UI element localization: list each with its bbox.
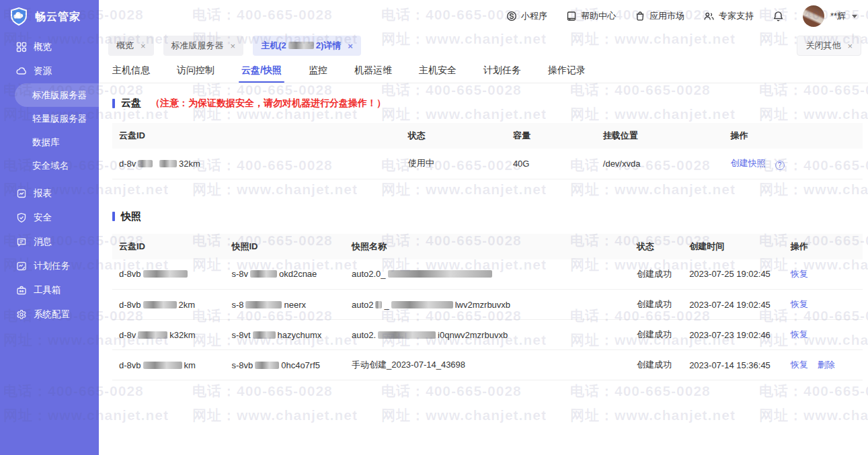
topbar-item-label: 帮助中心: [581, 10, 616, 22]
action-link[interactable]: 恢复: [791, 269, 808, 279]
sidebar-item-reports[interactable]: 报表: [0, 181, 99, 206]
table-cell: 创建成功: [630, 259, 682, 290]
watermark-text: 电话：400-665-0028: [381, 382, 522, 401]
sidebar-item-system-settings[interactable]: 系统配置: [0, 302, 99, 327]
tab-overview[interactable]: 概览 ×: [108, 36, 154, 56]
redacted-text: [143, 362, 182, 369]
column-header: 状态: [401, 123, 506, 149]
column-header: 云盘ID: [112, 123, 401, 149]
sidebar-item-messages[interactable]: 消息: [0, 230, 99, 254]
column-header: 操作: [724, 123, 863, 149]
close-icon[interactable]: ×: [231, 41, 236, 51]
tab-operation-log[interactable]: 操作记录: [548, 58, 586, 83]
action-link[interactable]: 恢复: [791, 329, 808, 339]
column-header: 创建时间: [682, 234, 784, 259]
sidebar-item-resources[interactable]: 资源: [0, 59, 99, 83]
watermark-text: 电话：400-665-0028: [570, 382, 711, 401]
snapshot-table: 云盘ID快照ID快照名称状态创建时间操作 d-8vbs-8vokd2cnaeau…: [112, 234, 863, 381]
topbar-item-help-center[interactable]: 帮助中心: [566, 10, 616, 22]
redacted-text: [375, 301, 382, 308]
topbar-item-expert-support[interactable]: 专家支持: [703, 10, 754, 22]
sidebar-item-security[interactable]: 安全: [0, 206, 99, 230]
table-cell: auto2.i0qnwv2mzrbuvxb: [345, 320, 630, 350]
column-header: 操作: [784, 234, 863, 259]
sidebar-item-standard-server[interactable]: 标准版服务器: [15, 83, 99, 107]
sidebar-item-database[interactable]: 数据库: [0, 130, 99, 154]
task-plan-icon: [16, 261, 27, 272]
redacted-text: [250, 270, 277, 278]
sidebar-item-light-server[interactable]: 轻量版服务器: [0, 107, 99, 130]
redacted-text: [245, 301, 282, 308]
table-cell: 40G: [506, 149, 596, 179]
tab-strip: 概览 × 标准版服务器 × 主机(22)详情 × 关闭其他 ×: [99, 32, 868, 58]
topbar-item-app-market[interactable]: 应用市场: [635, 10, 684, 22]
table-cell: 2023-07-23 19:02:46: [682, 320, 784, 350]
section-bar: [112, 212, 115, 221]
chevron-down-icon: [852, 15, 857, 18]
close-icon[interactable]: ×: [348, 41, 353, 51]
sidebar-item-overview[interactable]: 概览: [0, 35, 99, 59]
column-header: 快照ID: [225, 234, 345, 259]
table-row: d-8v 32km使用中40G/dev/xvda创建快照?: [112, 149, 863, 179]
action-link[interactable]: 恢复: [791, 299, 808, 309]
section-bar: [112, 99, 115, 108]
table-cell: auto2_lwv2mzrbuvxb: [345, 290, 630, 320]
notification-bell-icon[interactable]: [773, 11, 784, 22]
disk-warning-note: （注意：为保证数据安全，请勿对机器进行分盘操作！）: [151, 97, 386, 110]
section-name: 云盘: [121, 97, 141, 110]
column-header: 云盘ID: [112, 234, 225, 259]
table-header-row: 云盘ID快照ID快照名称状态创建时间操作: [112, 234, 863, 259]
tab-machine-ops[interactable]: 机器运维: [354, 58, 392, 83]
tab-host-security[interactable]: 主机安全: [419, 58, 457, 83]
redacted-text: [378, 331, 436, 339]
table-header-row: 云盘ID状态容量挂载位置操作: [112, 123, 863, 149]
disk-section-title: 云盘 （注意：为保证数据安全，请勿对机器进行分盘操作！）: [112, 97, 863, 110]
table-cell: 创建成功: [630, 320, 682, 350]
column-header: 挂载位置: [596, 123, 724, 149]
action-link[interactable]: 恢复: [791, 360, 808, 370]
table-cell: d-8vk32km: [112, 320, 225, 350]
watermark-text: 电话：400-665-0028: [192, 382, 333, 401]
table-cell: s-8vb0hc4o7rf5: [225, 350, 345, 380]
redacted-text: [391, 301, 453, 308]
redacted-text: [288, 42, 314, 49]
avatar: [803, 5, 824, 27]
sidebar-item-label: 系统配置: [34, 308, 70, 321]
table-cell: d-8vbkm: [112, 350, 225, 380]
column-header: 状态: [630, 234, 682, 259]
action-link[interactable]: 删除: [818, 360, 835, 370]
tab-scheduled-tasks[interactable]: 计划任务: [483, 58, 521, 83]
table-cell: d-8vb2km: [112, 290, 225, 320]
table-cell: 2023-07-14 15:36:45: [682, 350, 784, 380]
report-icon: [16, 188, 27, 199]
tab-monitoring[interactable]: 监控: [309, 58, 327, 83]
topbar-item-label: 小程序: [521, 10, 547, 22]
redacted-text: [388, 270, 492, 278]
redacted-text: [159, 160, 177, 167]
sidebar-item-scheduled-tasks[interactable]: 计划任务: [0, 254, 99, 278]
table-row: d-8vbs-8vokd2cnaeauto2.0_创建成功2023-07-25 …: [112, 259, 863, 290]
table-row: d-8vb2kms-8neerxauto2_lwv2mzrbuvxb创建成功20…: [112, 290, 863, 320]
topbar-item-miniprogram[interactable]: 小程序: [506, 10, 547, 22]
tab-host-info[interactable]: 主机信息: [112, 58, 150, 83]
topbar: 小程序 帮助中心 应用市场 专家支持: [99, 0, 868, 32]
table-row: d-8vk32kms-8vthazychumxauto2.i0qnwv2mzrb…: [112, 320, 863, 350]
tab-disk-snapshot[interactable]: 云盘/快照: [241, 58, 282, 83]
tab-host-detail[interactable]: 主机(22)详情 ×: [253, 36, 361, 56]
watermark-text: 网址：www.chanjet.net: [570, 406, 736, 425]
action-link[interactable]: 创建快照: [731, 158, 766, 168]
help-question-icon[interactable]: ?: [775, 161, 785, 170]
sidebar-subitem-label: 数据库: [32, 137, 60, 147]
close-icon[interactable]: ×: [141, 41, 146, 51]
sidebar-item-security-domain[interactable]: 安全域名: [0, 154, 99, 177]
sidebar-item-toolbox[interactable]: 工具箱: [0, 278, 99, 302]
shopping-bag-icon: [635, 11, 645, 22]
tab-standard-server[interactable]: 标准版服务器 ×: [163, 36, 244, 56]
topbar-item-label: 应用市场: [649, 10, 684, 22]
toolbox-icon: [16, 285, 27, 296]
action-cell: 创建快照?: [724, 149, 863, 179]
user-menu[interactable]: **辉: [803, 5, 857, 27]
sidebar-item-label: 工具箱: [34, 284, 61, 296]
close-other-tabs-button[interactable]: 关闭其他 ×: [797, 36, 861, 56]
tab-access-control[interactable]: 访问控制: [177, 58, 214, 83]
